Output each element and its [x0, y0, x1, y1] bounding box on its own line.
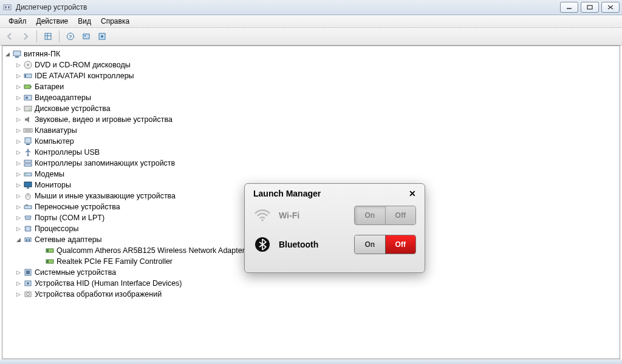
svg-point-19: [27, 64, 29, 66]
expand-icon[interactable]: ▷: [15, 160, 22, 167]
expand-icon[interactable]: ▷: [15, 149, 22, 156]
maximize-button[interactable]: [581, 2, 599, 13]
svg-rect-53: [26, 239, 27, 241]
bluetooth-row: Bluetooth On Off: [245, 230, 425, 259]
svg-rect-47: [26, 226, 30, 231]
tree-category[interactable]: ▷Звуковые, видео и игровые устройства: [4, 114, 618, 125]
expand-icon[interactable]: ▷: [15, 127, 22, 134]
expand-icon[interactable]: ▷: [15, 105, 22, 112]
toolbar-separator: [36, 30, 37, 42]
tree-category-label: IDE ATA/ATAPI контроллеры: [35, 70, 134, 81]
category-icon: [23, 158, 33, 168]
category-icon: [23, 268, 33, 277]
minimize-button[interactable]: [560, 2, 578, 13]
tree-category-label: Компьютер: [35, 136, 74, 147]
svg-rect-12: [83, 34, 89, 39]
wifi-icon: [253, 206, 272, 224]
menu-help[interactable]: Справка: [96, 16, 134, 27]
svg-rect-7: [45, 33, 51, 39]
expand-icon[interactable]: ▷: [15, 225, 22, 232]
expand-icon[interactable]: ▷: [15, 203, 22, 211]
svg-point-27: [29, 109, 30, 110]
tree-category[interactable]: ▷DVD и CD-ROM дисководы: [4, 59, 618, 70]
expand-icon[interactable]: ▷: [15, 214, 22, 221]
tree-root-label: витяня-ПК: [24, 49, 60, 59]
toolbar-btn-refresh[interactable]: [95, 29, 109, 44]
svg-rect-52: [25, 238, 31, 241]
wifi-on[interactable]: On: [355, 206, 386, 224]
tree-category-label: Устройства обработки изображений: [35, 289, 162, 300]
category-icon: [23, 235, 33, 244]
tree-category[interactable]: ▷Дисковые устройства: [4, 103, 618, 114]
category-icon: [23, 93, 33, 103]
wifi-off[interactable]: Off: [386, 206, 416, 224]
svg-rect-39: [27, 187, 29, 189]
svg-rect-13: [84, 35, 86, 36]
category-icon: [23, 136, 33, 146]
svg-point-15: [101, 35, 103, 38]
expand-icon[interactable]: ▷: [15, 61, 22, 69]
bluetooth-toggle[interactable]: On Off: [354, 235, 416, 254]
svg-rect-22: [24, 85, 30, 89]
svg-rect-1: [5, 6, 7, 8]
tree-category[interactable]: ▷Компьютер: [4, 136, 618, 147]
tree-category-label: Устройства HID (Human Interface Devices): [35, 278, 182, 289]
taskbar-sliver: [0, 359, 622, 364]
expand-icon[interactable]: ▷: [15, 170, 22, 178]
bluetooth-off[interactable]: Off: [386, 235, 416, 254]
collapse-icon[interactable]: ◢: [15, 236, 22, 243]
category-icon: [23, 180, 33, 190]
category-icon: [23, 169, 33, 179]
svg-rect-58: [47, 260, 49, 263]
expand-icon[interactable]: ▷: [15, 94, 22, 101]
svg-rect-36: [24, 173, 32, 176]
tree-category-label: Контроллеры запоминающих устройств: [35, 158, 175, 169]
tree-category-label: Звуковые, видео и игровые устройства: [35, 114, 173, 125]
tree-category-label: DVD и CD-ROM дисководы: [35, 59, 131, 70]
collapse-icon[interactable]: ◢: [4, 50, 11, 58]
expand-icon[interactable]: ▷: [15, 192, 22, 200]
launch-manager-popup: Launch Manager ✕ Wi-Fi On Off Bluetooth …: [244, 183, 425, 273]
tree-category-label: Видеоадаптеры: [35, 92, 91, 103]
expand-icon[interactable]: ▷: [15, 116, 22, 123]
toolbar-btn-help[interactable]: ?: [63, 29, 78, 44]
back-button[interactable]: [2, 29, 17, 44]
expand-icon[interactable]: ▷: [15, 138, 22, 145]
tree-category[interactable]: ▷Устройства HID (Human Interface Devices…: [4, 278, 618, 289]
tree-category-label: Переносные устройства: [35, 201, 120, 212]
svg-point-33: [27, 155, 29, 157]
menu-action[interactable]: Действие: [32, 16, 73, 27]
expand-icon[interactable]: ▷: [15, 83, 22, 90]
forward-button[interactable]: [18, 29, 33, 44]
tree-category[interactable]: ▷Модемы: [4, 169, 618, 180]
tree-root[interactable]: ◢витяня-ПК: [4, 49, 618, 59]
expand-icon[interactable]: ▷: [15, 291, 22, 298]
tree-category[interactable]: ▷Видеоадаптеры: [4, 92, 618, 103]
expand-icon[interactable]: ▷: [15, 280, 22, 287]
expand-icon[interactable]: ▷: [15, 72, 22, 79]
bluetooth-on[interactable]: On: [355, 235, 386, 254]
tree-category[interactable]: ▷Контроллеры USB: [4, 147, 618, 158]
tree-category-label: Порты (COM и LPT): [35, 212, 104, 223]
svg-rect-43: [26, 204, 28, 206]
tree-device-label: Realtek PCIe FE Family Controller: [56, 256, 173, 267]
tree-category[interactable]: ▷IDE ATA/ATAPI контроллеры: [4, 70, 618, 81]
close-button[interactable]: [601, 2, 620, 13]
tree-category-label: Мониторы: [35, 180, 71, 190]
tree-category[interactable]: ▷Контроллеры запоминающих устройств: [4, 158, 618, 169]
menu-file[interactable]: Файл: [4, 16, 32, 27]
launch-manager-close-icon[interactable]: ✕: [408, 189, 417, 198]
expand-icon[interactable]: ▷: [15, 181, 22, 189]
bluetooth-label: Bluetooth: [279, 240, 347, 249]
toolbar-btn-scan[interactable]: [79, 29, 94, 44]
toolbar: ?: [0, 28, 622, 46]
expand-icon[interactable]: ▷: [15, 269, 22, 276]
category-icon: [23, 278, 33, 288]
tree-category[interactable]: ▷Устройства обработки изображений: [4, 289, 618, 300]
category-icon: [23, 60, 33, 70]
tree-category[interactable]: ▷Клавиатуры: [4, 125, 618, 136]
wifi-toggle[interactable]: On Off: [354, 206, 416, 225]
menu-view[interactable]: Вид: [73, 16, 96, 27]
toolbar-btn-details[interactable]: [41, 29, 55, 44]
tree-category[interactable]: ▷Батареи: [4, 81, 618, 92]
